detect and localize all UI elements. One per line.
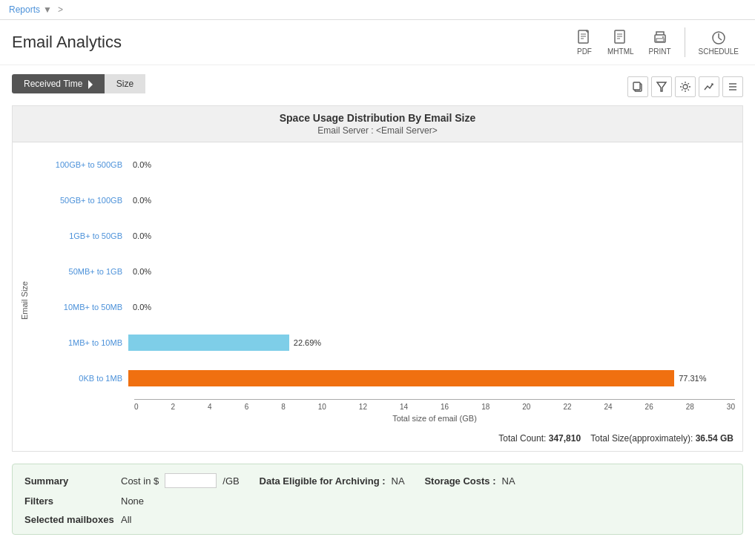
pdf-icon <box>576 30 593 46</box>
tab-size[interactable]: Size <box>105 74 145 93</box>
cost-input[interactable] <box>165 473 217 488</box>
svg-point-10 <box>662 36 664 38</box>
reports-link[interactable]: Reports <box>9 4 40 15</box>
bar-value: 0.0% <box>133 231 151 240</box>
x-axis-tick: 2 <box>171 403 176 411</box>
cost-prefix: Cost in $ <box>121 475 159 487</box>
bar-row: 0KB to 1MB77.31% <box>32 363 735 393</box>
schedule-icon <box>711 30 727 46</box>
page-title: Email Analytics <box>12 33 122 52</box>
bar <box>128 335 289 351</box>
total-size-label: Total Size(approximately): <box>590 433 693 444</box>
bar-label: 1GB+ to 50GB <box>32 231 128 240</box>
print-icon <box>652 30 668 46</box>
x-axis-tick: 30 <box>727 403 735 411</box>
y-axis-label: Email Size <box>20 150 29 429</box>
breadcrumb-arrow: ▼ <box>43 4 52 15</box>
list-icon <box>727 81 739 93</box>
copy-button[interactable] <box>627 76 648 97</box>
x-axis-tick: 4 <box>208 403 212 411</box>
bar-label: 50GB+ to 100GB <box>32 196 128 205</box>
mhtml-label: MHTML <box>607 47 634 56</box>
total-count-label: Total Count: <box>498 433 546 444</box>
settings-button[interactable] <box>675 76 696 97</box>
bar-area: 77.31% <box>128 370 735 386</box>
svg-rect-15 <box>633 82 640 90</box>
bar-area: 22.69% <box>128 335 735 351</box>
x-axis-tick: 8 <box>281 403 286 411</box>
x-axis-tick: 14 <box>400 403 408 411</box>
bar-area: 0.0% <box>128 263 735 280</box>
x-axis-ticks: 024681012141618202224262830 <box>134 399 735 411</box>
mhtml-button[interactable]: MHTML <box>603 28 639 57</box>
breadcrumb: Reports ▼ > <box>0 0 755 20</box>
bar-label: 1MB+ to 10MB <box>32 338 128 347</box>
x-axis-tick: 0 <box>134 403 139 411</box>
bar-area: 0.0% <box>128 299 735 315</box>
schedule-label: SCHEDULE <box>699 47 739 56</box>
pdf-label: PDF <box>577 47 592 56</box>
archive-label: Data Eligible for Archiving : <box>260 475 386 487</box>
chart-header: Space Usage Distribution By Email Size E… <box>13 106 742 142</box>
chart-body: Email Size 100GB+ to 500GB0.0%50GB+ to 1… <box>13 142 742 429</box>
chart-toolbar <box>627 76 743 97</box>
summary-content: Cost in $ /GB Data Eligible for Archivin… <box>121 473 515 488</box>
bar-value: 0.0% <box>133 196 151 205</box>
svg-point-17 <box>683 85 688 89</box>
filters-value: None <box>121 495 144 507</box>
tab-received-time[interactable]: Received Time <box>12 74 105 93</box>
x-axis-tick: 24 <box>604 403 613 411</box>
pdf-button[interactable]: PDF <box>572 28 597 57</box>
x-axis-tick: 26 <box>645 403 653 411</box>
bar-label: 50MB+ to 1GB <box>32 267 128 276</box>
chart-icon <box>703 81 715 93</box>
content-area: Received Time Size <box>0 65 755 544</box>
toolbar-icons: PDF MHTML PRINT <box>572 27 743 57</box>
x-axis-tick: 22 <box>563 403 571 411</box>
bar-value: 77.31% <box>679 374 706 383</box>
x-axis-tick: 12 <box>359 403 367 411</box>
chart-plot: 100GB+ to 500GB0.0%50GB+ to 100GB0.0%1GB… <box>32 150 735 429</box>
chart-subtitle: Email Server : <Email Server> <box>19 125 736 136</box>
toolbar-divider <box>685 27 685 57</box>
x-axis-tick: 28 <box>686 403 694 411</box>
bar-row: 100GB+ to 500GB0.0% <box>32 150 735 179</box>
filter-icon <box>656 81 667 93</box>
copy-icon <box>632 81 644 93</box>
x-axis-tick: 18 <box>481 403 489 411</box>
filters-label: Filters <box>24 495 121 507</box>
list-view-button[interactable] <box>722 76 743 97</box>
bar-row: 10MB+ to 50MB0.0% <box>32 292 735 322</box>
cost-suffix: /GB <box>222 475 239 487</box>
bar-area: 0.0% <box>128 192 735 208</box>
filter-button[interactable] <box>651 76 672 97</box>
mhtml-icon <box>613 30 629 46</box>
chart-container: Space Usage Distribution By Email Size E… <box>12 105 743 452</box>
summary-label: Summary <box>24 475 121 487</box>
mailboxes-label: Selected mailboxes <box>24 514 121 525</box>
print-label: PRINT <box>649 47 671 56</box>
svg-rect-9 <box>656 39 664 42</box>
total-size-value: 36.54 GB <box>696 433 733 444</box>
x-axis-tick: 6 <box>245 403 249 411</box>
bar-row: 1GB+ to 50GB0.0% <box>32 221 735 251</box>
summary-row-cost: Summary Cost in $ /GB Data Eligible for … <box>24 473 731 488</box>
bar-row: 50GB+ to 100GB0.0% <box>32 185 735 215</box>
breadcrumb-separator: > <box>58 4 63 15</box>
schedule-button[interactable]: SCHEDULE <box>694 28 743 57</box>
bar-area: 0.0% <box>128 228 735 244</box>
archive-value: NA <box>392 475 405 487</box>
bar-value: 22.69% <box>294 338 321 347</box>
chart-type-button[interactable] <box>699 76 719 97</box>
chart-footer: Total Count: 347,810 Total Size(approxim… <box>13 429 742 451</box>
print-button[interactable]: PRINT <box>644 28 676 57</box>
svg-marker-16 <box>657 82 666 91</box>
bar <box>128 370 674 386</box>
storage-label: Storage Costs : <box>424 475 495 487</box>
bar-row: 50MB+ to 1GB0.0% <box>32 257 735 286</box>
bar-row: 1MB+ to 10MB22.69% <box>32 328 735 358</box>
bar-value: 0.0% <box>133 267 151 276</box>
x-axis-tick: 16 <box>441 403 449 411</box>
chart-title: Space Usage Distribution By Email Size <box>19 112 736 124</box>
bar-label: 100GB+ to 500GB <box>32 160 128 169</box>
